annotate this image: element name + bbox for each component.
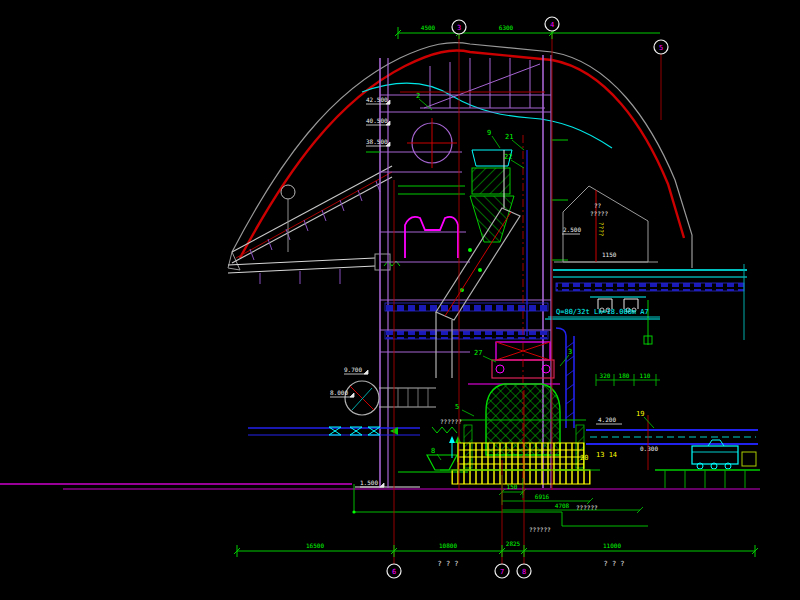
grid-bubble-top-1: 3 bbox=[457, 24, 461, 32]
ground-lines bbox=[0, 484, 760, 526]
balloon-2: 2 bbox=[416, 92, 420, 100]
dim-foundation-6916: 6916 bbox=[535, 493, 550, 500]
dim-right-180: 180 bbox=[619, 372, 630, 379]
cast-house-floors: 320 180 110 bbox=[545, 264, 747, 386]
dim-top-6300: 6300 bbox=[499, 24, 514, 31]
grid-bubble-bottom-3: 8 bbox=[522, 568, 526, 576]
elevation-e4: 9.700 bbox=[344, 366, 362, 373]
dim-top-4500: 4500 bbox=[421, 24, 436, 31]
cad-drawing-canvas[interactable]: 150 6916 4708 ?????? ?????? ?????? 320 1… bbox=[0, 0, 800, 600]
elevation-e8: 0.300 bbox=[640, 445, 658, 452]
dim-bottom-16500: 16500 bbox=[306, 542, 324, 549]
balloon-21: 21 bbox=[505, 133, 513, 141]
dim-foundation-150: 150 bbox=[507, 483, 518, 490]
axis-note-1: ? ? ? bbox=[437, 560, 458, 568]
elevation-e7: 4.200 bbox=[598, 416, 616, 423]
elevation-e6: 1.500 bbox=[360, 479, 378, 486]
dim-bottom-10800: 10800 bbox=[439, 542, 457, 549]
pit-note-2: ?????? bbox=[529, 526, 551, 533]
dimensions-bottom: 16500 10800 2825 11000 ? ? ? ? ? ? bbox=[234, 540, 758, 568]
balloon-9: 9 bbox=[487, 129, 491, 137]
elevation-e1: 42.500 bbox=[366, 96, 388, 103]
balloon-8: 8 bbox=[431, 447, 435, 455]
dim-right-110: 110 bbox=[640, 372, 651, 379]
slag-car bbox=[648, 415, 760, 488]
rail-track: 4.200 0.300 bbox=[586, 416, 758, 452]
dim-foundation-4708: 4708 bbox=[555, 502, 570, 509]
grid-bubble-top-2: 4 bbox=[550, 21, 554, 29]
dimensions-top: 4500 6300 bbox=[395, 24, 660, 39]
elevation-flag-right: 2.500 bbox=[562, 226, 581, 234]
grid-bubble-top-3: 5 bbox=[659, 44, 663, 52]
balloon-22: 22 bbox=[504, 153, 512, 161]
building-dim-1150: 1150 bbox=[602, 251, 617, 258]
stockhouse-building: ?? ????? ???? 1150 2.500 bbox=[554, 186, 658, 262]
balloon-19: 19 bbox=[636, 410, 644, 418]
grid-bubble-bottom-2: 7 bbox=[500, 568, 504, 576]
elevation-e5: 8.000 bbox=[330, 389, 348, 396]
elevation-e9: 2.500 bbox=[563, 226, 581, 233]
balloon-13-14: 13 14 bbox=[596, 451, 617, 459]
pit-note-1: ?????? bbox=[576, 504, 598, 511]
grid-bubble-bottom-1: 6 bbox=[392, 568, 396, 576]
balloon-20: 20 bbox=[580, 454, 588, 462]
building-subtitle: ????? bbox=[590, 210, 608, 217]
balloon-5: 5 bbox=[455, 403, 459, 411]
building-title: ?? bbox=[594, 202, 602, 209]
balloon-27: 27 bbox=[474, 349, 482, 357]
charging-conveyor bbox=[228, 166, 400, 284]
building-side-label: ???? bbox=[598, 222, 605, 237]
crane: Q=80/32t Lk=18.000m A7 bbox=[548, 297, 660, 317]
crane-capacity-label: Q=80/32t Lk=18.000m A7 bbox=[556, 308, 649, 316]
axis-note-2: ? ? ? bbox=[603, 560, 624, 568]
dim-bottom-11000: 11000 bbox=[603, 542, 621, 549]
elevation-e2: 40.500 bbox=[366, 117, 388, 124]
roof-envelope bbox=[228, 43, 692, 270]
balloon-3: 3 bbox=[568, 348, 572, 356]
dim-right-320: 320 bbox=[600, 372, 611, 379]
dim-bottom-2825: 2825 bbox=[506, 540, 521, 547]
elevation-e3: 38.500 bbox=[366, 138, 388, 145]
